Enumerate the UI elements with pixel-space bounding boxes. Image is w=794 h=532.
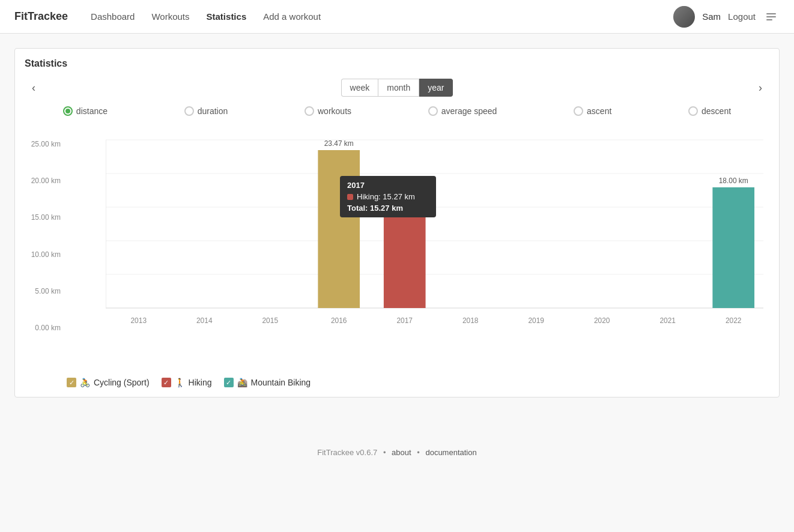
tooltip-swatch (347, 194, 353, 200)
legend-mountain-biking-label: Mountain Biking (251, 378, 311, 387)
logout-button[interactable]: Logout (728, 11, 756, 22)
tooltip-year: 2017 (347, 181, 429, 190)
checkmark-cycling: ✓ (69, 379, 74, 387)
legend-hiking[interactable]: ✓ 🚶 Hiking (162, 378, 212, 387)
chart-svg: 23.47 km 15.27 km 18.00 km 2013 2014 201… (106, 128, 763, 350)
avatar-image (673, 6, 695, 28)
nav-links: Dashboard Workouts Statistics Add a work… (82, 0, 673, 34)
svg-text:2020: 2020 (594, 316, 610, 325)
time-filter-row: ‹ week month year › (25, 79, 769, 97)
radio-duration (184, 106, 194, 116)
footer-dot-2: • (417, 448, 420, 457)
svg-rect-1 (766, 16, 776, 17)
svg-text:2017: 2017 (396, 316, 413, 325)
legend-hiking-label: Hiking (189, 378, 212, 387)
stat-ascent-label: ascent (587, 106, 611, 116)
checkmark-mountain-biking: ✓ (226, 379, 231, 387)
legend-cycling-label: Cycling (Sport) (94, 378, 150, 387)
stat-average-speed[interactable]: average speed (428, 106, 497, 116)
time-buttons: week month year (341, 79, 453, 97)
tooltip-sport: Hiking: 15.27 km (357, 192, 415, 201)
bar-2017[interactable] (384, 205, 426, 308)
prev-arrow[interactable]: ‹ (25, 79, 43, 97)
stat-duration[interactable]: duration (184, 106, 228, 116)
footer: FitTrackee v0.6.7 • about • documentatio… (0, 436, 794, 469)
footer-brand: FitTrackee (317, 448, 354, 457)
radio-average-speed (428, 106, 438, 116)
footer-version: v0.6.7 (356, 448, 377, 457)
stat-workouts[interactable]: workouts (305, 106, 351, 116)
tooltip-total: Total: 15.27 km (347, 204, 429, 213)
chart-tooltip: 2017 Hiking: 15.27 km Total: 15.27 km (340, 176, 436, 217)
svg-rect-0 (766, 13, 776, 14)
legend-hiking-emoji: 🚶 (175, 378, 185, 387)
y-axis: 0.00 km 5.00 km 10.00 km 15.00 km 20.00 … (25, 128, 64, 332)
y-label-25: 25.00 km (25, 140, 61, 148)
tooltip-sport-row: Hiking: 15.27 km (347, 192, 429, 201)
nav-statistics[interactable]: Statistics (198, 0, 255, 34)
radio-distance (63, 106, 73, 116)
week-button[interactable]: week (341, 79, 378, 97)
legend-cycling[interactable]: ✓ 🚴 Cycling (Sport) (67, 378, 150, 387)
svg-text:2021: 2021 (659, 316, 676, 325)
stat-distance-label: distance (76, 106, 108, 116)
svg-rect-2 (766, 19, 772, 20)
next-arrow[interactable]: › (751, 79, 769, 97)
stat-average-speed-label: average speed (441, 106, 497, 116)
stat-descent[interactable]: descent (688, 106, 731, 116)
checkmark-hiking: ✓ (163, 379, 169, 387)
nav-username: Sam (702, 11, 721, 22)
nav-dashboard[interactable]: Dashboard (82, 0, 143, 34)
svg-text:2016: 2016 (331, 316, 347, 325)
svg-text:2013: 2013 (130, 316, 147, 325)
legend-check-mountain-biking: ✓ (224, 378, 234, 387)
legend-mountain-biking-emoji: 🚵 (237, 378, 247, 387)
avatar (673, 6, 695, 28)
svg-text:2015: 2015 (262, 316, 278, 325)
main-content: Statistics ‹ week month year › distance … (0, 34, 794, 412)
footer-documentation[interactable]: documentation (425, 448, 476, 457)
nav-add-workout[interactable]: Add a workout (255, 0, 329, 34)
legend-mountain-biking[interactable]: ✓ 🚵 Mountain Biking (224, 378, 311, 387)
radio-inner-distance (65, 109, 70, 113)
radio-ascent (574, 106, 583, 116)
statistics-card: Statistics ‹ week month year › distance … (14, 48, 780, 397)
svg-text:2014: 2014 (196, 316, 213, 325)
y-label-5: 5.00 km (25, 287, 61, 295)
stat-workouts-label: workouts (318, 106, 351, 116)
nav-right: Sam Logout (673, 6, 780, 28)
bar-2016[interactable] (318, 150, 360, 308)
y-label-20: 20.00 km (25, 177, 61, 185)
bar-2022[interactable] (712, 187, 754, 308)
stat-ascent[interactable]: ascent (574, 106, 611, 116)
legend-check-cycling: ✓ (67, 378, 76, 387)
stat-type-row: distance duration workouts average speed… (25, 106, 769, 116)
legend: ✓ 🚴 Cycling (Sport) ✓ 🚶 Hiking ✓ 🚵 Mount… (25, 378, 769, 387)
stat-duration-label: duration (198, 106, 228, 116)
legend-cycling-emoji: 🚴 (80, 378, 90, 387)
radio-workouts (305, 106, 314, 116)
stat-descent-label: descent (702, 106, 731, 116)
chart-container: 23.47 km 15.27 km 18.00 km 2013 2014 201… (106, 128, 763, 352)
navbar: FitTrackee Dashboard Workouts Statistics… (0, 0, 794, 34)
y-label-0: 0.00 km (25, 324, 61, 332)
month-button[interactable]: month (378, 79, 419, 97)
svg-text:2022: 2022 (726, 316, 742, 325)
svg-text:2018: 2018 (462, 316, 479, 325)
legend-check-hiking: ✓ (162, 378, 171, 387)
brand-logo: FitTrackee (14, 10, 68, 23)
svg-text:18.00 km: 18.00 km (719, 177, 748, 185)
y-label-10: 10.00 km (25, 250, 61, 259)
nav-extra-icon (763, 8, 780, 25)
year-button[interactable]: year (419, 79, 453, 97)
y-label-15: 15.00 km (25, 213, 61, 222)
chart-area: 0.00 km 5.00 km 10.00 km 15.00 km 20.00 … (25, 128, 769, 370)
nav-workouts[interactable]: Workouts (143, 0, 198, 34)
footer-dot-1: • (383, 448, 386, 457)
card-title: Statistics (25, 58, 769, 69)
svg-text:23.47 km: 23.47 km (324, 139, 354, 148)
stat-distance[interactable]: distance (63, 106, 108, 116)
svg-text:2019: 2019 (528, 316, 544, 325)
footer-about[interactable]: about (392, 448, 411, 457)
radio-descent (688, 106, 698, 116)
